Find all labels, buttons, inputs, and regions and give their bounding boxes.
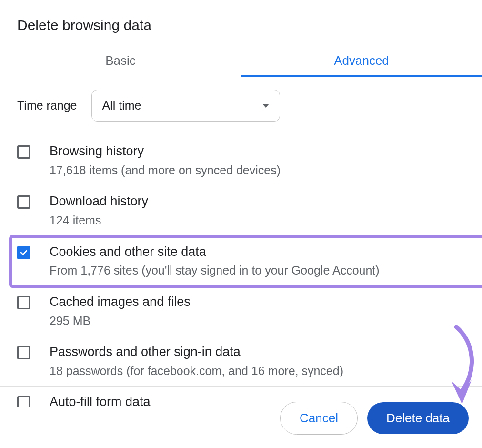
option-download-history[interactable]: Download history 124 items [17, 186, 465, 236]
checkbox-cookies[interactable] [17, 246, 30, 259]
option-cookies[interactable]: Cookies and other site data From 1,776 s… [10, 236, 482, 286]
option-desc: 295 MB [50, 312, 465, 330]
option-title: Cached images and files [50, 293, 465, 311]
tabs: Basic Advanced [0, 47, 482, 77]
option-texts: Passwords and other sign-in data 18 pass… [50, 343, 465, 380]
option-title: Download history [50, 193, 465, 211]
checkbox-browsing-history[interactable] [17, 145, 30, 159]
option-texts: Download history 124 items [50, 193, 465, 229]
option-cached-images[interactable]: Cached images and files 295 MB [17, 286, 465, 336]
delete-data-button[interactable]: Delete data [367, 402, 469, 434]
option-texts: Browsing history 17,618 items (and more … [50, 143, 465, 179]
chevron-down-icon [262, 104, 269, 108]
time-range-select[interactable]: All time [91, 90, 280, 122]
delete-browsing-data-dialog: Delete browsing data Basic Advanced Time… [0, 0, 482, 407]
time-range-row: Time range All time [0, 77, 482, 122]
time-range-value: All time [102, 99, 141, 112]
dialog-footer: Cancel Delete data [0, 402, 482, 448]
checkbox-cached-images[interactable] [17, 296, 30, 309]
option-desc: 18 passwords (for facebook.com, and 16 m… [50, 362, 465, 380]
time-range-label: Time range [17, 99, 77, 112]
option-desc: From 1,776 sites (you'll stay signed in … [50, 262, 465, 280]
option-desc: 124 items [50, 212, 465, 230]
checkbox-download-history[interactable] [17, 195, 30, 209]
dialog-title: Delete browsing data [0, 0, 482, 47]
tab-basic[interactable]: Basic [0, 47, 241, 77]
footer-divider [0, 386, 482, 387]
tab-advanced[interactable]: Advanced [241, 47, 482, 77]
cancel-button[interactable]: Cancel [280, 402, 358, 435]
option-title: Browsing history [50, 143, 465, 161]
option-desc: 17,618 items (and more on synced devices… [50, 162, 465, 180]
option-browsing-history[interactable]: Browsing history 17,618 items (and more … [17, 136, 465, 186]
option-texts: Cached images and files 295 MB [50, 293, 465, 330]
option-texts: Cookies and other site data From 1,776 s… [50, 243, 465, 280]
option-title: Cookies and other site data [50, 243, 465, 261]
option-passwords[interactable]: Passwords and other sign-in data 18 pass… [17, 336, 465, 387]
option-title: Passwords and other sign-in data [50, 343, 465, 361]
options-list: Browsing history 17,618 items (and more … [0, 122, 482, 407]
checkbox-passwords[interactable] [17, 346, 30, 359]
